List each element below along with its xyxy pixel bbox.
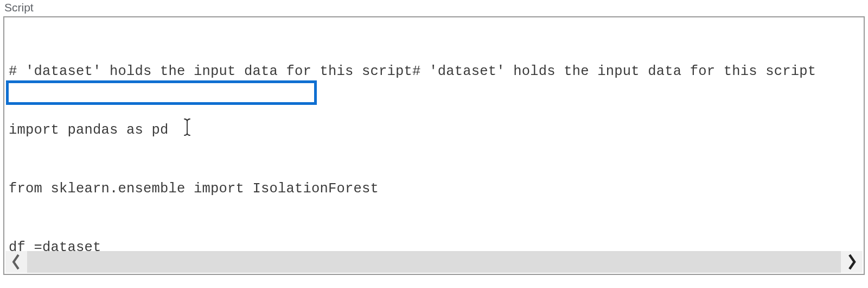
scroll-left-button[interactable] bbox=[5, 251, 27, 273]
script-label: Script bbox=[3, 1, 865, 14]
scroll-right-button[interactable] bbox=[841, 251, 863, 273]
scroll-track[interactable] bbox=[27, 251, 841, 273]
code-line[interactable]: df =dataset bbox=[9, 238, 859, 251]
code-area[interactable]: # 'dataset' holds the input data for thi… bbox=[4, 17, 864, 251]
selection-highlight bbox=[6, 80, 317, 105]
chevron-right-icon bbox=[847, 254, 857, 270]
horizontal-scrollbar[interactable] bbox=[5, 251, 863, 273]
code-line[interactable]: import pandas as pd bbox=[9, 121, 859, 140]
chevron-left-icon bbox=[11, 254, 21, 270]
code-line[interactable]: from sklearn.ensemble import IsolationFo… bbox=[9, 179, 859, 199]
script-editor[interactable]: # 'dataset' holds the input data for thi… bbox=[3, 16, 865, 275]
code-line[interactable]: # 'dataset' holds the input data for thi… bbox=[9, 62, 859, 82]
